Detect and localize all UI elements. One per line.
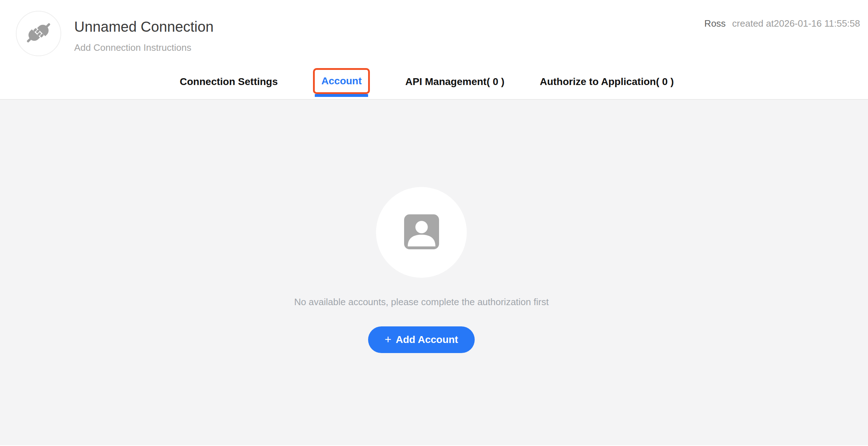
connection-subtitle[interactable]: Add Connection Instructions <box>74 42 214 53</box>
title-block: Unnamed Connection Add Connection Instru… <box>74 19 214 53</box>
plus-icon: + <box>385 333 392 346</box>
account-placeholder <box>376 187 467 278</box>
account-tab-panel: No available accounts, please complete t… <box>0 100 868 445</box>
owner-name: Ross <box>704 18 726 29</box>
connection-avatar <box>16 11 61 56</box>
user-icon <box>404 214 439 251</box>
empty-state-message: No available accounts, please complete t… <box>294 296 549 308</box>
created-at-time: 2026-01-16 11:55:58 <box>774 18 860 29</box>
tab-connection-settings[interactable]: Connection Settings <box>180 76 278 88</box>
tab-api-management[interactable]: API Management( 0 ) <box>405 76 504 88</box>
connection-title[interactable]: Unnamed Connection <box>74 19 214 35</box>
tab-authorize-to-application[interactable]: Authorize to Application( 0 ) <box>540 76 674 88</box>
plug-icon <box>24 18 53 49</box>
created-at-label: created at <box>732 18 774 29</box>
created-at: created at2026-01-16 11:55:58 <box>732 18 860 29</box>
connection-header: Unnamed Connection Add Connection Instru… <box>0 0 868 100</box>
tab-account[interactable]: Account <box>313 68 370 94</box>
add-account-button-label: Add Account <box>396 334 458 345</box>
tab-bar: Connection Settings Account API Manageme… <box>0 64 868 99</box>
connection-meta: Ross created at2026-01-16 11:55:58 <box>704 18 860 29</box>
add-account-button[interactable]: + Add Account <box>368 326 475 353</box>
